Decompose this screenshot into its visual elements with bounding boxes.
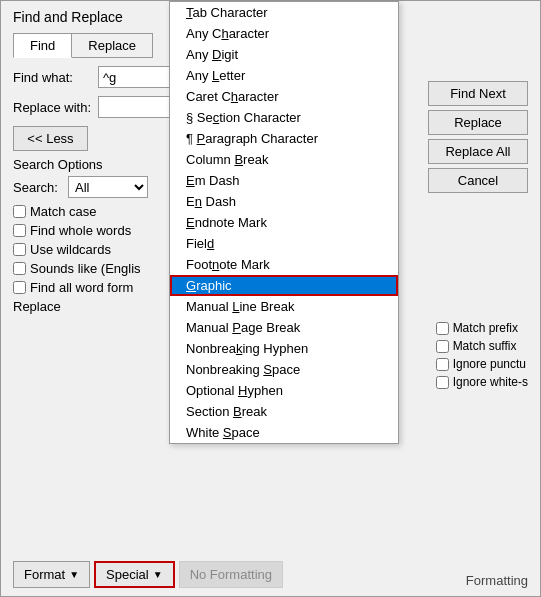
dialog-title: Find and Replace [13, 9, 123, 25]
dropdown-item-footnote-mark[interactable]: Footnote Mark [170, 254, 398, 275]
special-label: Special [106, 567, 149, 582]
right-checkboxes: Match prefix Match suffix Ignore punctu … [436, 321, 528, 389]
find-next-button[interactable]: Find Next [428, 81, 528, 106]
dropdown-item-em-dash[interactable]: Em Dash [170, 170, 398, 191]
dropdown-item-field[interactable]: Field [170, 233, 398, 254]
find-whole-words-checkbox[interactable] [13, 224, 26, 237]
dropdown-item-nonbreaking-hyphen[interactable]: Nonbreaking Hyphen [170, 338, 398, 359]
ignore-punctu-checkbox-item: Ignore punctu [436, 357, 528, 371]
replace-with-label: Replace with: [13, 100, 98, 115]
special-dropdown: Tab Character Any Character Any Digit An… [169, 1, 399, 444]
dropdown-item-section-character[interactable]: § Section Character [170, 107, 398, 128]
find-all-word-label: Find all word form [30, 280, 133, 295]
dropdown-item-tab-character[interactable]: Tab Character [170, 2, 398, 23]
match-suffix-checkbox[interactable] [436, 340, 449, 353]
dropdown-item-white-space[interactable]: White Space [170, 422, 398, 443]
dropdown-item-column-break[interactable]: Column Break [170, 149, 398, 170]
dropdown-item-en-dash[interactable]: En Dash [170, 191, 398, 212]
ignore-white-checkbox-item: Ignore white-s [436, 375, 528, 389]
cancel-button[interactable]: Cancel [428, 168, 528, 193]
replace-all-button[interactable]: Replace All [428, 139, 528, 164]
formatting-label: Formatting [466, 573, 528, 588]
format-label: Format [24, 567, 65, 582]
tab-find[interactable]: Find [13, 33, 72, 58]
right-buttons: Find Next Replace Replace All Cancel [428, 81, 528, 193]
bottom-toolbar: Format ▼ Special ▼ No Formatting [13, 561, 283, 588]
dropdown-item-paragraph-character[interactable]: ¶ Paragraph Character [170, 128, 398, 149]
ignore-white-checkbox[interactable] [436, 376, 449, 389]
search-label: Search: [13, 180, 68, 195]
find-replace-dialog: Find and Replace Find Replace Find what:… [0, 0, 541, 597]
match-prefix-checkbox-item: Match prefix [436, 321, 528, 335]
no-formatting-label: No Formatting [190, 567, 272, 582]
dropdown-item-manual-line-break[interactable]: Manual Line Break [170, 296, 398, 317]
dropdown-item-manual-page-break[interactable]: Manual Page Break [170, 317, 398, 338]
format-arrow-icon: ▼ [69, 569, 79, 580]
match-case-label: Match case [30, 204, 96, 219]
dropdown-list: Tab Character Any Character Any Digit An… [170, 2, 398, 443]
ignore-white-label: Ignore white-s [453, 375, 528, 389]
search-select[interactable]: All Up Down [68, 176, 148, 198]
no-formatting-button[interactable]: No Formatting [179, 561, 283, 588]
dropdown-item-graphic[interactable]: Graphic [170, 275, 398, 296]
dropdown-item-any-letter[interactable]: Any Letter [170, 65, 398, 86]
match-suffix-label: Match suffix [453, 339, 517, 353]
find-whole-words-label: Find whole words [30, 223, 131, 238]
format-button[interactable]: Format ▼ [13, 561, 90, 588]
dropdown-item-any-character[interactable]: Any Character [170, 23, 398, 44]
tab-replace[interactable]: Replace [71, 33, 153, 58]
special-button[interactable]: Special ▼ [94, 561, 175, 588]
ignore-punctu-checkbox[interactable] [436, 358, 449, 371]
ignore-punctu-label: Ignore punctu [453, 357, 526, 371]
match-prefix-checkbox[interactable] [436, 322, 449, 335]
match-prefix-label: Match prefix [453, 321, 518, 335]
match-case-checkbox[interactable] [13, 205, 26, 218]
use-wildcards-checkbox[interactable] [13, 243, 26, 256]
dropdown-item-optional-hyphen[interactable]: Optional Hyphen [170, 380, 398, 401]
sounds-like-checkbox[interactable] [13, 262, 26, 275]
dropdown-item-endnote-mark[interactable]: Endnote Mark [170, 212, 398, 233]
find-what-label: Find what: [13, 70, 98, 85]
dropdown-item-nonbreaking-space[interactable]: Nonbreaking Space [170, 359, 398, 380]
match-suffix-checkbox-item: Match suffix [436, 339, 528, 353]
replace-button[interactable]: Replace [428, 110, 528, 135]
dropdown-item-any-digit[interactable]: Any Digit [170, 44, 398, 65]
sounds-like-label: Sounds like (Englis [30, 261, 141, 276]
use-wildcards-label: Use wildcards [30, 242, 111, 257]
dropdown-item-caret-character[interactable]: Caret Character [170, 86, 398, 107]
special-arrow-icon: ▼ [153, 569, 163, 580]
less-button[interactable]: << Less [13, 126, 88, 151]
find-all-word-checkbox[interactable] [13, 281, 26, 294]
dropdown-item-section-break[interactable]: Section Break [170, 401, 398, 422]
